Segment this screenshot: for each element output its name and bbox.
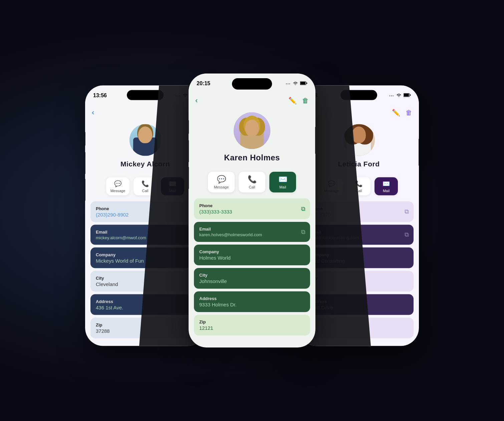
status-icons-center: ••• <box>286 81 307 86</box>
card-address-center: Address 9333 Holmes Dr. <box>194 291 310 312</box>
contact-name-left: Mickey Alcorn <box>120 160 170 168</box>
message-label-center: Message <box>214 185 229 189</box>
status-time-left: 13:56 <box>93 93 107 99</box>
card-phone-center: Phone (333)333-3333 ⧉ <box>194 198 310 219</box>
nav-bar-left: ‹ ✏️ <box>85 106 205 121</box>
status-icons-right: ••• <box>390 93 411 98</box>
message-icon-left: 💬 <box>114 180 121 187</box>
copy-email-right[interactable]: ⧉ <box>405 231 409 238</box>
card-zip-center: Zip 12121 <box>194 315 310 335</box>
value-company-center: Holmes World <box>199 255 305 261</box>
value-phone-right: 820-8320 <box>309 212 408 218</box>
nav-bar-center: ‹ ✏️ 🗑 <box>189 94 315 109</box>
action-message-center[interactable]: 💬 Message <box>208 172 235 192</box>
info-cards-left: Phone (203)290-8902 ⧉ Email mickey.alcor… <box>85 199 205 340</box>
mail-icon-right: ✉️ <box>383 180 390 187</box>
action-buttons-right: 💬 Message 📞 Call ✉️ Mail <box>299 173 419 199</box>
back-button-left[interactable]: ‹ <box>92 108 94 117</box>
svg-rect-8 <box>306 83 307 84</box>
phone-center: 20:15 ••• ‹ ✏️ 🗑 <box>189 74 315 347</box>
label-company-left: Company <box>96 252 195 257</box>
value-city-left: Cleveland <box>96 281 195 287</box>
value-phone-center: (333)333-3333 <box>199 209 305 215</box>
action-buttons-left: 💬 Message 📞 Call ✉️ Mail <box>85 173 205 199</box>
info-cards-center: Phone (333)333-3333 ⧉ Email karen.holves… <box>189 196 315 337</box>
action-message-left[interactable]: 💬 Message <box>106 177 130 195</box>
value-phone-left: (203)290-8902 <box>96 212 195 218</box>
action-call-right[interactable]: 📞 Call <box>347 177 370 195</box>
copy-email-center[interactable]: ⧉ <box>301 229 305 236</box>
screen-left: 13:56 ••• ‹ ✏️ <box>85 86 205 346</box>
card-address-left: Address 436 1st Ave. <box>90 294 200 315</box>
value-city-center: Johnsonville <box>199 278 305 284</box>
svg-rect-7 <box>300 82 305 85</box>
pencil-icon-center[interactable]: ✏️ <box>288 97 297 105</box>
value-address-left: 436 1st Ave. <box>96 305 195 310</box>
value-email-right: lford@fordconsulting.com <box>309 235 408 240</box>
svg-rect-4 <box>404 94 409 96</box>
dynamic-island-right <box>340 90 377 100</box>
label-address-center: Address <box>199 296 305 301</box>
label-email-right: Email <box>309 230 408 235</box>
pencil-icon-right[interactable]: ✏️ <box>392 109 400 117</box>
label-phone-left: Phone <box>96 206 195 211</box>
card-company-left: Company Mickeys World of Fun <box>90 248 200 268</box>
card-city-left: City Cleveland <box>90 271 200 292</box>
back-button-center[interactable]: ‹ <box>195 96 198 105</box>
phone-right: 8:28 ••• ‹ ✏️ 🗑 <box>299 86 419 346</box>
label-city-right: City <box>309 276 408 281</box>
label-zip-center: Zip <box>199 319 305 324</box>
wifi-right <box>396 93 402 98</box>
phone-left: 13:56 ••• ‹ ✏️ <box>85 86 205 346</box>
nav-bar-right: ‹ ✏️ 🗑 <box>299 106 419 121</box>
card-phone-right: Phone 820-8320 ⧉ <box>304 201 414 222</box>
avatar-person-left <box>130 124 161 156</box>
phones-container: 13:56 ••• ‹ ✏️ <box>68 27 436 394</box>
wifi-center <box>293 81 298 86</box>
action-mail-center[interactable]: ✉️ Mail <box>269 172 296 192</box>
action-mail-left[interactable]: ✉️ Mail <box>161 177 184 195</box>
value-zip-center: 12121 <box>199 325 305 331</box>
action-mail-right[interactable]: ✉️ Mail <box>374 177 398 195</box>
nav-actions-center: ✏️ 🗑 <box>288 97 309 105</box>
label-email-left: Email <box>96 230 195 235</box>
trash-icon-right[interactable]: 🗑 <box>406 109 412 116</box>
card-zip-left: Zip 37288 <box>90 318 200 338</box>
label-email-center: Email <box>199 227 305 232</box>
action-call-left[interactable]: 📞 Call <box>134 177 157 195</box>
call-icon-right: 📞 <box>355 180 362 187</box>
label-city-left: City <box>96 276 195 281</box>
signal-dots-center: ••• <box>286 82 291 85</box>
contact-name-center: Karen Holmes <box>224 153 280 162</box>
value-company-right: Ford Consulting <box>309 258 408 264</box>
value-email-left: mickey.alcorn@mwof.com <box>96 235 195 240</box>
contact-name-right: Leticia Ford <box>338 160 380 168</box>
message-label-right: Message <box>324 189 339 193</box>
copy-phone-right[interactable]: ⧉ <box>405 208 409 215</box>
action-buttons-center: 💬 Message 📞 Call ✉️ Mail <box>189 168 315 196</box>
card-company-center: Company Holmes World <box>194 245 310 265</box>
contact-section-center: Karen Holmes <box>189 109 315 168</box>
battery-right <box>404 93 411 98</box>
copy-phone-center[interactable]: ⧉ <box>301 205 305 213</box>
status-time-center: 20:15 <box>197 81 210 87</box>
value-company-left: Mickeys World of Fun <box>96 258 195 264</box>
trash-icon-center[interactable]: 🗑 <box>302 97 309 105</box>
value-address-right: Ford Drive <box>309 305 408 310</box>
avatar-right <box>343 124 375 156</box>
action-call-center[interactable]: 📞 Call <box>239 172 265 192</box>
call-label-center: Call <box>249 185 255 189</box>
avatar-person-right <box>343 124 375 156</box>
wifi-left <box>183 93 188 98</box>
label-address-right: Address <box>309 299 408 304</box>
nav-actions-right: ✏️ 🗑 <box>392 109 412 117</box>
label-company-right: Company <box>309 252 408 257</box>
card-zip-right: Zip 920 <box>304 318 414 338</box>
value-zip-right: 920 <box>309 328 408 334</box>
signal-dots-left: ••• <box>176 94 181 97</box>
action-message-right[interactable]: 💬 Message <box>320 177 343 195</box>
card-email-center: Email karen.holves@holmesworld.com ⧉ <box>194 222 310 242</box>
card-email-right: Email lford@fordconsulting.com ⧉ <box>304 225 414 245</box>
value-city-right: ng <box>309 281 408 287</box>
avatar-person-center <box>234 112 270 149</box>
